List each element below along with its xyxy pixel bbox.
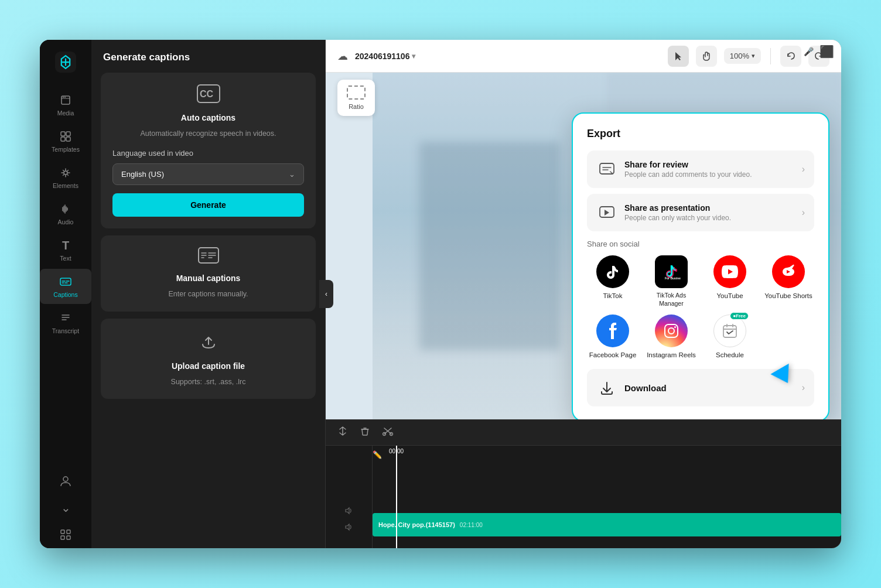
text-label: Text <box>60 255 71 262</box>
app-logo <box>53 49 78 75</box>
language-value: English (US) <box>121 170 164 179</box>
sidebar-item-captions[interactable]: Captions <box>40 269 91 304</box>
cc-icon: CC <box>197 84 220 107</box>
ratio-icon <box>347 86 366 100</box>
language-label: Language used in video <box>112 149 193 158</box>
panel-title: Generate captions <box>91 40 325 73</box>
elements-label: Elements <box>53 182 78 189</box>
social-item-tiktok[interactable]: TikTok <box>587 255 638 307</box>
sidebar-item-account[interactable] <box>40 468 91 494</box>
facebook-label: Facebook Page <box>589 351 637 360</box>
mic-icon[interactable]: 🎤 <box>804 47 814 56</box>
share-presentation-chevron: › <box>802 207 805 218</box>
volume-icon-1[interactable] <box>344 506 354 518</box>
grid-icon <box>59 528 73 542</box>
main-area: ☁ 202406191106 ▾ 100% ▾ <box>326 40 841 548</box>
sidebar-item-elements[interactable]: Elements <box>40 160 91 195</box>
generate-button[interactable]: Generate <box>112 193 304 217</box>
svg-rect-12 <box>61 536 64 539</box>
timeline-left-panel <box>326 446 373 548</box>
download-label: Download <box>624 383 795 393</box>
svg-point-9 <box>63 477 68 481</box>
manual-captions-desc: Enter captions manually. <box>169 289 248 300</box>
svg-rect-3 <box>61 132 65 136</box>
sidebar-item-expand[interactable]: ⌄ <box>40 495 91 521</box>
upload-caption-card: Upload caption file Supports: .srt, .ass… <box>101 319 316 399</box>
youtube-label: YouTube <box>716 292 743 300</box>
svg-rect-8 <box>60 278 71 285</box>
track-time: 02:11:00 <box>460 522 483 528</box>
manual-captions-card: Manual captions Enter captions manually. <box>101 235 316 312</box>
panel-content: CC Auto captions Automatically recognize… <box>91 73 325 548</box>
social-grid-placeholder <box>763 314 814 360</box>
social-item-yt-shorts[interactable]: YouTube Shorts <box>763 255 814 307</box>
social-section-title: Share on social <box>587 240 814 248</box>
timeline-playhead <box>396 446 397 548</box>
sidebar-item-audio[interactable]: Audio <box>40 196 91 231</box>
icon-sidebar: Media Templates Elements <box>40 40 91 548</box>
share-presentation-text: Share as presentation People can only wa… <box>624 203 795 222</box>
manual-cc-icon <box>198 247 219 268</box>
social-item-facebook[interactable]: Facebook Page <box>587 314 638 360</box>
schedule-icon-container: ●Free <box>713 314 746 347</box>
svg-point-2 <box>64 97 66 98</box>
share-review-option[interactable]: Share for review People can add comments… <box>587 151 814 188</box>
collapse-panel-button[interactable]: ‹ <box>319 280 333 308</box>
svg-rect-5 <box>61 137 65 141</box>
sidebar-item-media[interactable]: Media <box>40 87 91 122</box>
tiktok-label: TikTok <box>603 292 623 300</box>
sidebar-item-templates[interactable]: Templates <box>40 124 91 159</box>
project-name[interactable]: 202406191106 ▾ <box>355 52 415 61</box>
share-review-desc: People can add comments to your video. <box>624 170 795 179</box>
rec-icon[interactable]: ⬛ <box>819 45 834 59</box>
facebook-icon <box>596 314 629 347</box>
cut-icon[interactable] <box>380 423 396 442</box>
sidebar-item-transcript[interactable]: Transcript <box>40 305 91 340</box>
ratio-button[interactable]: Ratio <box>337 80 375 116</box>
share-presentation-icon <box>596 202 617 223</box>
transcript-icon <box>59 311 73 325</box>
select-tool-button[interactable] <box>668 46 689 67</box>
free-badge: ●Free <box>730 312 749 320</box>
social-item-tiktok-ads[interactable]: For Business TikTok Ads Manager <box>646 255 697 307</box>
sidebar-item-text[interactable]: T Text <box>40 233 91 268</box>
undo-button[interactable] <box>780 46 801 67</box>
templates-label: Templates <box>52 146 80 153</box>
hand-tool-button[interactable] <box>696 46 717 67</box>
tiktok-ads-icon: For Business <box>655 255 688 288</box>
audio-track[interactable]: Hope. City pop.(1145157) 02:11:00 <box>373 513 841 536</box>
svg-rect-20 <box>665 324 678 337</box>
auto-captions-desc: Automatically recognize speech in videos… <box>140 128 276 139</box>
svg-rect-11 <box>67 530 70 534</box>
canvas-area: Ratio Export Share for review <box>326 73 841 419</box>
upload-caption-title: Upload caption file <box>172 361 245 371</box>
timeline-edit-pencil[interactable]: ✏️ <box>373 450 382 459</box>
auto-captions-title: Auto captions <box>181 113 235 122</box>
sidebar-item-settings[interactable] <box>40 522 91 548</box>
svg-text:For Business: For Business <box>665 276 681 280</box>
svg-rect-6 <box>66 137 70 141</box>
volume-icon-2[interactable] <box>344 522 354 534</box>
audio-label: Audio <box>58 218 74 225</box>
zoom-dropdown-icon: ▾ <box>752 52 755 60</box>
upload-caption-desc: Supports: .srt, .ass, .lrc <box>171 377 246 388</box>
social-item-youtube[interactable]: YouTube <box>704 255 756 307</box>
social-item-instagram[interactable]: Instagram Reels <box>646 314 697 360</box>
zoom-control[interactable]: 100% ▾ <box>724 48 761 64</box>
dropdown-icon: ⌄ <box>289 170 295 179</box>
svg-point-1 <box>63 97 64 98</box>
svg-rect-13 <box>67 536 70 539</box>
timeline-toolbar: 🎤 ⬛ <box>326 420 841 446</box>
ratio-label: Ratio <box>349 103 364 110</box>
share-presentation-desc: People can only watch your video. <box>624 214 795 222</box>
share-presentation-option[interactable]: Share as presentation People can only wa… <box>587 194 814 231</box>
delete-icon[interactable] <box>357 423 373 442</box>
media-label: Media <box>57 110 74 117</box>
manual-captions-title: Manual captions <box>176 274 241 283</box>
split-icon[interactable] <box>335 423 350 442</box>
social-item-schedule[interactable]: ●Free Schedule <box>704 314 756 360</box>
tiktok-icon <box>596 255 629 288</box>
svg-rect-4 <box>66 132 70 136</box>
download-chevron: › <box>802 382 805 393</box>
language-select[interactable]: English (US) ⌄ <box>112 163 304 185</box>
